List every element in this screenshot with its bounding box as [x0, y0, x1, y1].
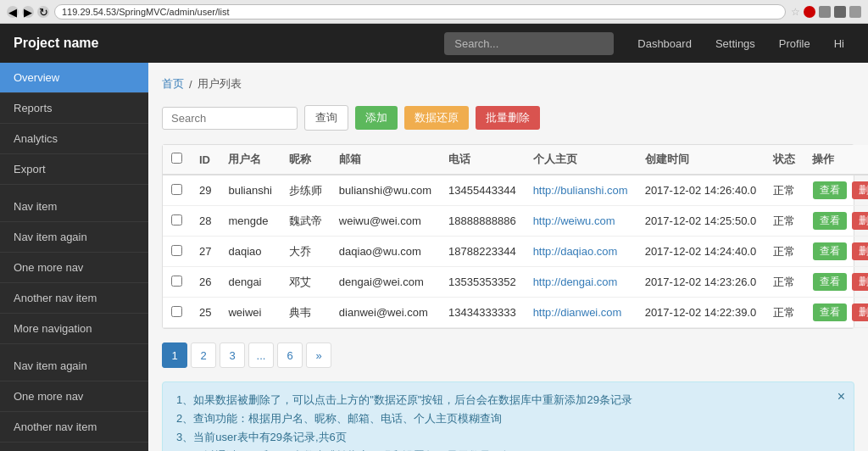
cell-status: 正常: [765, 298, 804, 328]
table-body: 29 bulianshi 步练师 bulianshi@wu.com 134554…: [163, 175, 868, 328]
main-layout: Overview Reports Analytics Export Nav it…: [0, 63, 868, 451]
table-row: 27 daqiao 大乔 daqiao@wu.com 18788223344 h…: [163, 237, 868, 267]
pagination: 123...6»: [162, 342, 854, 368]
delete-button[interactable]: 删除: [852, 181, 868, 199]
header-search-input[interactable]: [444, 32, 614, 55]
sidebar-item-export[interactable]: Export: [0, 154, 148, 185]
homepage-link[interactable]: http://dianwei.com: [533, 306, 622, 319]
sidebar-item-nav-again[interactable]: Nav item again: [0, 222, 148, 253]
cell-username: weiwei: [220, 298, 280, 328]
settings-button[interactable]: Settings: [705, 32, 765, 55]
cell-created: 2017-12-02 14:26:40.0: [637, 175, 765, 206]
cell-phone: 18888888886: [440, 206, 525, 237]
sidebar-item-analytics[interactable]: Analytics: [0, 124, 148, 154]
homepage-link[interactable]: http://daqiao.com: [533, 245, 618, 258]
cell-nickname: 典韦: [281, 298, 331, 328]
view-button[interactable]: 查看: [813, 242, 847, 260]
sidebar-item-another-2[interactable]: Another nav item: [0, 412, 148, 443]
batch-delete-button[interactable]: 批量删除: [476, 106, 540, 130]
breadcrumb-home[interactable]: 首页: [162, 76, 184, 92]
page-button-2[interactable]: 2: [191, 342, 216, 368]
info-line-2: 2、查询功能：根据用户名、昵称、邮箱、电话、个人主页模糊查询: [176, 411, 840, 426]
cell-actions: 查看 删除 编辑: [804, 206, 868, 237]
cell-homepage: http://dianwei.com: [525, 298, 637, 328]
row-checkbox[interactable]: [171, 214, 182, 226]
reload-button[interactable]: ↻: [37, 6, 49, 18]
sidebar-item-more[interactable]: More navigation: [0, 314, 148, 344]
page-button-6[interactable]: 6: [277, 342, 303, 368]
cell-username: mengde: [220, 206, 280, 237]
sidebar-item-one-more-2[interactable]: One more nav: [0, 381, 148, 412]
delete-button[interactable]: 删除: [852, 303, 868, 321]
homepage-link[interactable]: http://dengai.com: [533, 276, 618, 288]
cell-nickname: 步练师: [281, 175, 331, 206]
page-button-»[interactable]: »: [306, 342, 331, 368]
breadcrumb: 首页 / 用户列表: [162, 76, 854, 92]
browser-icons: ☆: [791, 6, 861, 18]
page-button-3[interactable]: 3: [220, 342, 245, 368]
view-button[interactable]: 查看: [813, 273, 847, 291]
user-table: ID 用户名 昵称 邮箱 电话 个人主页 创建时间 状态 操作 29 bulia…: [163, 145, 868, 328]
page-button-1[interactable]: 1: [162, 342, 187, 368]
row-checkbox[interactable]: [171, 184, 182, 195]
cell-actions: 查看 删除 编辑: [804, 267, 868, 298]
sidebar-item-nav-again-2[interactable]: Nav item again: [0, 351, 148, 381]
sidebar-item-reports[interactable]: Reports: [0, 93, 148, 124]
sidebar: Overview Reports Analytics Export Nav it…: [0, 63, 148, 451]
cell-homepage: http://daqiao.com: [525, 237, 637, 267]
browser-controls: ◀ ▶ ↻: [7, 6, 49, 18]
row-checkbox[interactable]: [171, 245, 182, 256]
row-checkbox-cell: [163, 175, 191, 206]
homepage-link[interactable]: http://bulianshi.com: [533, 184, 628, 197]
dashboard-button[interactable]: Dashboard: [627, 32, 702, 55]
row-checkbox[interactable]: [171, 306, 182, 317]
cell-email: bulianshi@wu.com: [331, 175, 440, 206]
page-button-...[interactable]: ...: [248, 342, 274, 368]
sidebar-item-one-more[interactable]: One more nav: [0, 253, 148, 283]
view-button[interactable]: 查看: [813, 181, 847, 199]
info-line-3: 3、当前user表中有29条记录,共6页: [176, 430, 840, 445]
search-button[interactable]: 查询: [304, 105, 348, 131]
homepage-link[interactable]: http://weiwu.com: [533, 214, 615, 227]
hi-button[interactable]: Hi: [824, 32, 854, 55]
cell-nickname: 大乔: [281, 237, 331, 267]
main-content: 首页 / 用户列表 查询 添加 数据还原 批量删除 ID 用户名 昵称 邮: [148, 63, 868, 451]
view-button[interactable]: 查看: [813, 303, 847, 321]
row-checkbox-cell: [163, 267, 191, 298]
info-box-close-button[interactable]: ×: [837, 389, 845, 404]
profile-button[interactable]: Profile: [769, 32, 821, 55]
toolbar: 查询 添加 数据还原 批量删除: [162, 105, 854, 131]
view-button[interactable]: 查看: [813, 212, 847, 230]
url-text: 119.29.54.53/SpringMVC/admin/user/list: [62, 7, 230, 17]
col-actions: 操作: [804, 145, 868, 175]
row-checkbox[interactable]: [171, 276, 182, 287]
cell-actions: 查看 删除 编辑: [804, 237, 868, 267]
cell-email: daqiao@wu.com: [331, 237, 440, 267]
cell-email: dianwei@wei.com: [331, 298, 440, 328]
cell-id: 27: [191, 237, 220, 267]
ext-icon-3: [849, 6, 861, 18]
col-homepage: 个人主页: [525, 145, 637, 175]
delete-button[interactable]: 删除: [852, 212, 868, 230]
cell-status: 正常: [765, 175, 804, 206]
search-input[interactable]: [162, 107, 298, 130]
col-created: 创建时间: [637, 145, 765, 175]
restore-button[interactable]: 数据还原: [404, 106, 469, 130]
row-checkbox-cell: [163, 298, 191, 328]
cell-username: daqiao: [220, 237, 280, 267]
forward-button[interactable]: ▶: [22, 6, 34, 18]
add-button[interactable]: 添加: [355, 106, 398, 130]
sidebar-item-nav[interactable]: Nav item: [0, 192, 148, 222]
url-bar[interactable]: 119.29.54.53/SpringMVC/admin/user/list: [54, 4, 786, 19]
delete-button[interactable]: 删除: [852, 273, 868, 291]
sidebar-item-overview[interactable]: Overview: [0, 63, 148, 93]
cell-status: 正常: [765, 206, 804, 237]
back-button[interactable]: ◀: [7, 6, 19, 18]
table-row: 29 bulianshi 步练师 bulianshi@wu.com 134554…: [163, 175, 868, 206]
sidebar-item-another[interactable]: Another nav item: [0, 283, 148, 314]
cell-nickname: 魏武帝: [281, 206, 331, 237]
select-all-checkbox[interactable]: [171, 153, 182, 164]
table-row: 28 mengde 魏武帝 weiwu@wei.com 18888888886 …: [163, 206, 868, 237]
delete-button[interactable]: 删除: [852, 242, 868, 260]
cell-created: 2017-12-02 14:25:50.0: [637, 206, 765, 237]
